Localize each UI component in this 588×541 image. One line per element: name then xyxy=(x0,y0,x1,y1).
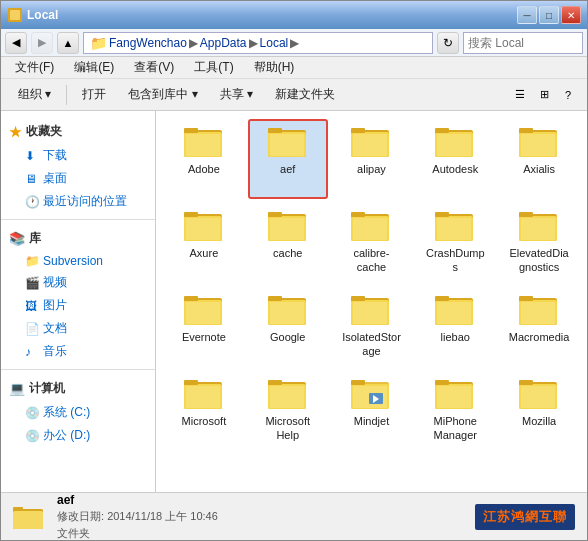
open-label: 打开 xyxy=(82,86,106,103)
svg-rect-17 xyxy=(437,134,471,156)
status-modified-label: 修改日期: xyxy=(57,510,104,522)
include-library-button[interactable]: 包含到库中 ▾ xyxy=(119,82,206,107)
minimize-button[interactable]: ─ xyxy=(517,6,537,24)
file-item[interactable]: Evernote xyxy=(164,287,244,367)
file-label: Axialis xyxy=(523,162,555,176)
svg-rect-8 xyxy=(268,128,282,133)
sidebar-item-d-drive[interactable]: 💿 办公 (D:) xyxy=(1,424,155,447)
search-input[interactable] xyxy=(468,36,588,50)
folder-icon xyxy=(268,125,308,159)
file-item[interactable]: cache xyxy=(248,203,328,283)
svg-rect-82 xyxy=(519,380,533,385)
folder-icon xyxy=(184,125,224,159)
open-button[interactable]: 打开 xyxy=(73,82,115,107)
file-item[interactable]: Mindjet xyxy=(332,371,412,451)
svg-rect-9 xyxy=(270,134,304,156)
file-item[interactable]: calibre-cache xyxy=(332,203,412,283)
file-label: MiPhone Manager xyxy=(424,414,486,443)
include-label: 包含到库中 ▾ xyxy=(128,86,197,103)
svg-rect-33 xyxy=(353,218,387,240)
close-button[interactable]: ✕ xyxy=(561,6,581,24)
folder-icon xyxy=(519,125,559,159)
computer-section[interactable]: 💻 计算机 xyxy=(1,376,155,401)
sidebar-item-video[interactable]: 🎬 视频 xyxy=(1,271,155,294)
sidebar-item-music-label: 音乐 xyxy=(43,343,67,360)
svg-rect-61 xyxy=(521,302,555,324)
file-item[interactable]: CrashDumps xyxy=(415,203,495,283)
file-label: Microsoft xyxy=(182,414,227,428)
new-folder-button[interactable]: 新建文件夹 xyxy=(266,82,344,107)
file-item[interactable]: MiPhone Manager xyxy=(415,371,495,451)
file-item[interactable]: Microsoft Help xyxy=(248,371,328,451)
computer-label: 计算机 xyxy=(29,380,65,397)
svg-rect-65 xyxy=(186,386,220,408)
sidebar-item-c-drive[interactable]: 💿 系统 (C:) xyxy=(1,401,155,424)
help-icon: ? xyxy=(565,89,571,101)
file-item[interactable]: Axialis xyxy=(499,119,579,199)
path-segment-local[interactable]: Local xyxy=(260,36,289,50)
file-label: cache xyxy=(273,246,302,260)
menu-edit[interactable]: 编辑(E) xyxy=(68,57,120,78)
view-details-button[interactable]: ☰ xyxy=(509,84,531,106)
view-grid-button[interactable]: ⊞ xyxy=(533,84,555,106)
title-bar: Local ─ □ ✕ xyxy=(1,1,587,29)
file-item[interactable]: Macromedia xyxy=(499,287,579,367)
favorites-section[interactable]: ★ 收藏夹 xyxy=(1,119,155,144)
sidebar-item-subversion[interactable]: 📁 Subversion xyxy=(1,251,155,271)
back-button[interactable]: ◀ xyxy=(5,32,27,54)
content-area: ★ 收藏夹 ⬇ 下载 🖥 桌面 🕐 最近访问的位置 📚 库 📁 xyxy=(1,111,587,492)
svg-rect-44 xyxy=(184,296,198,301)
maximize-button[interactable]: □ xyxy=(539,6,559,24)
refresh-button[interactable]: ↻ xyxy=(437,32,459,54)
file-item[interactable]: alipay xyxy=(332,119,412,199)
menu-view[interactable]: 查看(V) xyxy=(128,57,180,78)
file-item[interactable]: Microsoft xyxy=(164,371,244,451)
recent-icon: 🕐 xyxy=(25,195,39,209)
file-label: Adobe xyxy=(188,162,220,176)
file-label: aef xyxy=(280,162,295,176)
explorer-window: Local ─ □ ✕ ◀ ▶ ▲ 📁 FangWenchao ▶ AppDat… xyxy=(0,0,588,541)
file-item[interactable]: IsolatedStorage xyxy=(332,287,412,367)
file-label: ElevatedDiagnostics xyxy=(508,246,570,275)
library-section[interactable]: 📚 库 xyxy=(1,226,155,251)
file-item[interactable]: liebao xyxy=(415,287,495,367)
share-button[interactable]: 共享 ▾ xyxy=(211,82,262,107)
sidebar-item-desktop[interactable]: 🖥 桌面 xyxy=(1,167,155,190)
sidebar-item-documents[interactable]: 📄 文档 xyxy=(1,317,155,340)
music-icon: ♪ xyxy=(25,345,39,359)
up-button[interactable]: ▲ xyxy=(57,32,79,54)
folder-icon xyxy=(184,293,224,327)
file-item[interactable]: Autodesk xyxy=(415,119,495,199)
file-item[interactable]: ElevatedDiagnostics xyxy=(499,203,579,283)
address-path[interactable]: 📁 FangWenchao ▶ AppData ▶ Local ▶ xyxy=(83,32,433,54)
pictures-icon: 🖼 xyxy=(25,299,39,313)
file-item[interactable]: Mozilla xyxy=(499,371,579,451)
sidebar-item-download[interactable]: ⬇ 下载 xyxy=(1,144,155,167)
new-folder-label: 新建文件夹 xyxy=(275,86,335,103)
organize-label: 组织 ▾ xyxy=(18,86,51,103)
help-button[interactable]: ? xyxy=(557,84,579,106)
path-segment-fangwenchao[interactable]: FangWenchao xyxy=(109,36,187,50)
menu-file[interactable]: 文件(F) xyxy=(9,57,60,78)
svg-rect-57 xyxy=(437,302,471,324)
forward-button[interactable]: ▶ xyxy=(31,32,53,54)
file-item[interactable]: Google xyxy=(248,287,328,367)
folder-icon xyxy=(519,377,559,411)
svg-rect-48 xyxy=(268,296,282,301)
file-item[interactable]: Adobe xyxy=(164,119,244,199)
svg-rect-16 xyxy=(435,128,449,133)
sidebar-item-pictures[interactable]: 🖼 图片 xyxy=(1,294,155,317)
file-item[interactable]: Axure xyxy=(164,203,244,283)
menu-tools[interactable]: 工具(T) xyxy=(188,57,239,78)
path-segment-appdata[interactable]: AppData xyxy=(200,36,247,50)
sidebar-item-recent[interactable]: 🕐 最近访问的位置 xyxy=(1,190,155,213)
organize-button[interactable]: 组织 ▾ xyxy=(9,82,60,107)
menu-help[interactable]: 帮助(H) xyxy=(248,57,301,78)
file-item[interactable]: aef xyxy=(248,119,328,199)
svg-rect-21 xyxy=(521,134,555,156)
status-detail: 修改日期: 2014/11/18 上午 10:46 xyxy=(57,509,218,524)
search-box[interactable]: 🔍 xyxy=(463,32,583,54)
file-label: Evernote xyxy=(182,330,226,344)
sidebar-item-music[interactable]: ♪ 音乐 xyxy=(1,340,155,363)
path-sep-1: ▶ xyxy=(189,36,198,50)
